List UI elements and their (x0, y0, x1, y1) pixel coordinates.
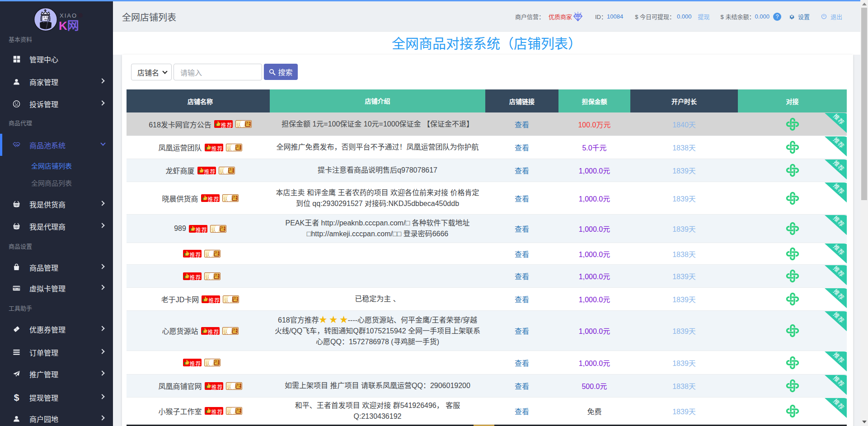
svg-text:DISC●VER: DISC●VER (14, 288, 20, 290)
